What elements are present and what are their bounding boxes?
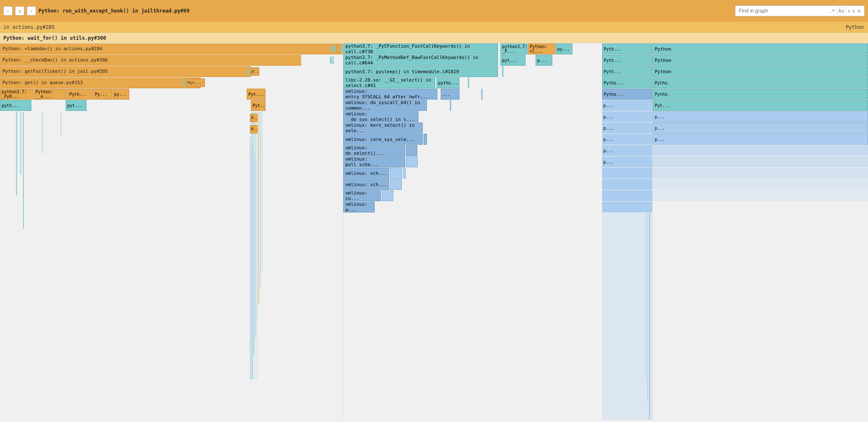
app-container: ‹ ⌂ › Python: run_with_except_hook() in … — [0, 0, 868, 422]
node-do-select[interactable]: vmlinux: do_select()... — [343, 145, 405, 156]
right-row-12: vmlinux: sch... — [343, 179, 652, 190]
node-pyo[interactable]: python3.7: _PyO... — [0, 89, 33, 100]
far-right-p1[interactable]: p... — [653, 111, 868, 122]
search-box: .* Aa ∧ ∨ × — [735, 5, 865, 16]
right-panel: python3.7: _PyCFunction_FastCallKeywords… — [343, 43, 652, 420]
flame-row-small-nodes: python3.7: _PyO... Python: __e... Pyth..… — [0, 89, 343, 100]
node-poll-sche[interactable]: vmlinux: poll_sche... — [343, 156, 405, 167]
right-row-7: vmlinux: kern_select() in sele... p... — [343, 123, 652, 133]
search-close-button[interactable]: × — [858, 8, 861, 14]
node-co[interactable]: vmlinux: co... — [343, 190, 381, 201]
node-kern-select[interactable]: vmlinux: kern_select() in sele... — [343, 123, 423, 133]
right-row-4: vmlinux: entry_SYSCALL_64_after_hwfr... … — [343, 89, 652, 100]
node-right-3[interactable]: Pytho... — [602, 77, 652, 88]
second-bar-right: Python — [846, 24, 864, 30]
search-next-button[interactable]: ∨ — [852, 8, 855, 14]
flame-row-pyth-pyt: pyth... pyt... Pyt... — [0, 100, 343, 111]
node-right-2[interactable]: Pyth... — [602, 66, 652, 77]
search-regex-icon[interactable]: .* — [828, 8, 835, 14]
flame-row-getqueue[interactable]: Python: get() in queue.py#153 Pyt... — [0, 77, 201, 88]
far-right-pyt1[interactable]: Pyt... — [653, 100, 868, 111]
far-right-p2[interactable]: p... — [653, 123, 868, 133]
search-prev-button[interactable]: ∧ — [848, 8, 850, 14]
right-row-11: vmlinux: sch... — [343, 168, 652, 179]
right-row-5: vmlinux: do_syscall_64() in common... p.… — [343, 100, 652, 111]
node-right-4[interactable]: Pytho... — [602, 89, 652, 100]
right-row-6: vmlinux: __do_sys_select() in s... p... — [343, 111, 652, 122]
far-right-python1[interactable]: Python — [653, 43, 868, 54]
top-bar: ‹ ⌂ › Python: run_with_except_hook() in … — [0, 0, 868, 22]
deep-stack-right — [343, 213, 652, 420]
far-right-pytho[interactable]: Pytho. — [653, 77, 868, 88]
node-l-extra1[interactable]: Python: <l... — [528, 43, 555, 54]
right-row-9: vmlinux: do_select()... p... — [343, 145, 652, 156]
node-entry-syscall[interactable]: vmlinux: entry_SYSCALL_64_after_hwfr... — [343, 89, 437, 100]
right-row-2: python3.7: pysleep() in timemodule.c#182… — [343, 66, 652, 77]
nav-forward-button[interactable]: › — [27, 6, 36, 15]
teal-bars-checkban — [329, 55, 334, 66]
far-right-p3[interactable]: p... — [653, 134, 868, 145]
teal-indicator-queue: Pyt... — [186, 79, 205, 87]
node-pymethoddef[interactable]: python3.7: _PyMethodDef_RawFastCallKeywo… — [343, 55, 498, 66]
node-p-extra1[interactable]: python3.7: _P... — [500, 43, 528, 54]
left-panel: Python: <lambda>() in actions.py#284 Pyt… — [0, 43, 343, 420]
node-core-sys[interactable]: vmlinux: core_sys_sele... — [343, 134, 423, 145]
node-sch1[interactable]: vmlinux: sch... — [343, 168, 389, 179]
far-right-strip: Python Python Python Pytho. Pytho. Pyt..… — [652, 43, 868, 420]
flame-row-checkban[interactable]: Python: __checkBan() in actions.py#386 — [0, 55, 301, 66]
right-row-10: vmlinux: poll_sche... p... — [343, 156, 652, 167]
second-bar-title: in actions.py#285 — [3, 24, 55, 30]
node-pyt-extra2[interactable]: pyt... — [500, 55, 526, 66]
wait-bar: Python: wait_for() in utils.py#300 — [0, 33, 868, 43]
node-py-extra1[interactable]: py... — [556, 43, 572, 54]
search-input[interactable] — [739, 8, 827, 14]
far-right-python3[interactable]: Python — [653, 66, 868, 77]
right-row-0: python3.7: _PyCFunction_FastCallKeywords… — [343, 43, 652, 54]
node-py3[interactable]: py... — [112, 89, 129, 100]
teal-indicator: Pyt... — [251, 67, 259, 76]
node-pyt3[interactable]: pyt... — [66, 100, 87, 111]
flame-row-lambda[interactable]: Python: <lambda>() in actions.py#284 — [0, 43, 343, 54]
right-row-3: libc-2.28.so: __GI__select() in select.c… — [343, 77, 652, 88]
node-pycfunction[interactable]: python3.7: _PyCFunction_FastCallKeywords… — [343, 43, 498, 54]
nav-back-button[interactable]: ‹ — [3, 6, 13, 15]
right-row-8: vmlinux: core_sys_sele... p... — [343, 134, 652, 145]
node-pyt-right[interactable]: Pyt... — [247, 89, 266, 100]
node-do-syscall[interactable]: vmlinux: do_syscall_64() in common... — [343, 100, 427, 111]
node-do-sys-select[interactable]: vmlinux: __do_sys_select() in s... — [343, 111, 419, 122]
node-e[interactable]: Python: __e... — [34, 89, 67, 100]
flame-graph-main: Python: <lambda>() in actions.py#284 Pyt… — [0, 43, 868, 420]
nav-home-button[interactable]: ⌂ — [15, 6, 24, 15]
right-row-13: vmlinux: co... — [343, 190, 652, 201]
right-row-14: vmlinux: a... — [343, 202, 652, 212]
flame-row-getfailticket[interactable]: Python: getFailTicket() in jail.py#205 P… — [0, 66, 251, 77]
second-bar: in actions.py#285 Python — [0, 22, 868, 33]
node-pysleep[interactable]: python3.7: pysleep() in timemodule.c#182… — [343, 66, 498, 77]
node-py2[interactable]: Py... — [93, 89, 112, 100]
node-right-1[interactable]: Pyth... — [602, 55, 652, 66]
far-right-python2[interactable]: Python — [653, 55, 868, 66]
node-p-right[interactable]: Pyt... — [251, 100, 266, 111]
wait-bar-title: Python: wait_for() in utils.py#300 — [3, 35, 106, 41]
far-right-pytho2[interactable]: Pytho. — [653, 89, 868, 100]
top-bar-title: Python: run_with_except_hook() in jailth… — [38, 8, 189, 14]
flame-vertical-section: P... P... — [0, 112, 343, 379]
node-sch2[interactable]: vmlinux: sch... — [343, 179, 389, 190]
node-gi-select[interactable]: libc-2.28.so: __GI__select() in select.c… — [343, 77, 435, 88]
search-match-case-button[interactable]: Aa — [837, 7, 846, 15]
node-pyth3[interactable]: pyth... — [0, 100, 31, 111]
teal-bars-lambda — [330, 43, 343, 54]
node-a[interactable]: vmlinux: a... — [343, 202, 375, 212]
node-pyth2[interactable]: Pyth... — [68, 89, 93, 100]
right-row-1: python3.7: _PyMethodDef_RawFastCallKeywo… — [343, 55, 652, 66]
